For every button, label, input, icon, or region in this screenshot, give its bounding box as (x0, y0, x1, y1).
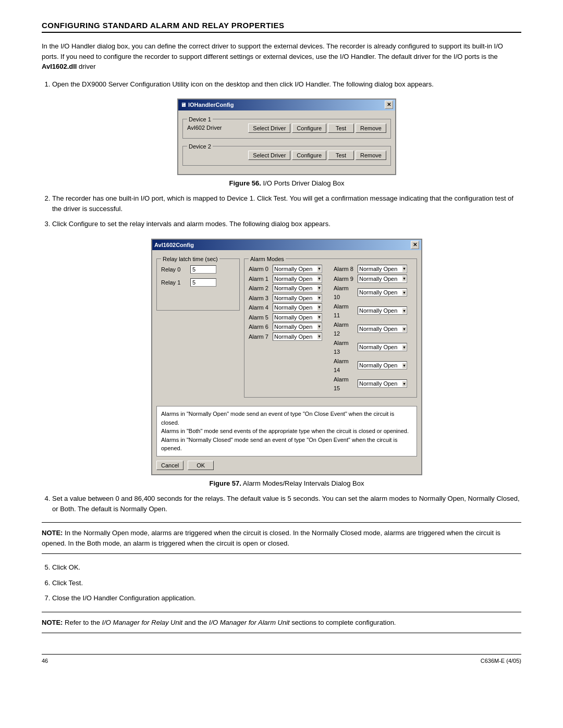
avi-dialog-close[interactable]: ✕ (411, 241, 419, 249)
avi-dialog-body: Relay latch time (sec) Relay 0 Relay 1 (152, 250, 421, 474)
device1-test-btn[interactable]: Test (328, 124, 354, 133)
alarm-11-select[interactable]: Normally Open Normally Closed Both (358, 306, 407, 315)
step-3-text: Click Configure to set the relay interva… (52, 220, 331, 228)
alarms-right: Alarm 8 Normally Open Normally Closed Bo… (334, 264, 412, 393)
note-2-box: NOTE: Refer to the I/O Manager for Relay… (42, 612, 521, 634)
relay0-label: Relay 0 (161, 265, 187, 274)
device2-select-driver-btn[interactable]: Select Driver (248, 151, 290, 160)
alarm-14-label: Alarm 14 (334, 357, 356, 374)
alarm-15-row: Alarm 15 Normally Open Normally Closed B… (334, 375, 412, 393)
alarm-10-label: Alarm 10 (334, 284, 356, 301)
figure-57-container: AvI1602Config ✕ Relay latch time (sec) (52, 239, 521, 489)
step-4: Set a value between 0 and 86,400 seconds… (52, 493, 521, 514)
relay-section: Relay latch time (sec) Relay 0 Relay 1 (156, 254, 240, 402)
alarm-12-select[interactable]: Normally Open Normally Closed Both (358, 325, 407, 333)
alarm-13-label: Alarm 13 (334, 339, 356, 356)
doc-id: C636M-E (4/05) (481, 658, 521, 664)
device2-row: Select Driver Configure Test Remove (187, 150, 386, 161)
alarm-6-label: Alarm 6 (249, 323, 271, 331)
avi-cancel-btn[interactable]: Cancel (156, 461, 183, 470)
alarm-1-row: Alarm 1 Normally Open Normally Closed Bo… (249, 274, 327, 284)
alarm-section: Alarm Modes Alarm 0 Normally (244, 254, 417, 402)
alarm-6-select[interactable]: Normally Open Normally Closed Both (273, 323, 322, 331)
alarm-4-select[interactable]: Normally Open Normally Closed Both (273, 303, 322, 312)
device2-test-btn[interactable]: Test (328, 151, 354, 160)
alarm-1-select[interactable]: Normally Open Normally Closed Both (273, 275, 322, 283)
note-2-italic2: I/O Manager for Alarm Unit (209, 619, 290, 626)
alarm-4-select-wrapper: Normally Open Normally Closed Both (273, 303, 322, 312)
alarms-left: Alarm 0 Normally Open Normally Closed Bo… (249, 264, 327, 393)
device1-row: AvI602 Driver Select Driver Configure Te… (187, 122, 386, 134)
alarm-15-select[interactable]: Normally Open Normally Closed Both (358, 379, 407, 388)
device1-remove-btn[interactable]: Remove (356, 124, 386, 133)
alarm-3-label: Alarm 3 (249, 294, 271, 303)
alarm-9-select[interactable]: Normally Open Normally Closed Both (358, 275, 407, 283)
alarm-grid: Alarm 0 Normally Open Normally Closed Bo… (249, 264, 412, 393)
step-1: Open the DX9000 Server Configuration Uti… (52, 79, 521, 189)
alarm-11-label: Alarm 11 (334, 302, 356, 319)
alarm-12-row: Alarm 12 Normally Open Normally Closed B… (334, 320, 412, 338)
alarm-3-select[interactable]: Normally Open Normally Closed Both (273, 294, 322, 302)
step-5: Click OK. (52, 562, 521, 573)
note-1-content: In the Normally Open mode, alarms are tr… (42, 529, 500, 547)
alarm-11-row: Alarm 11 Normally Open Normally Closed B… (334, 302, 412, 320)
note-2-label: NOTE: (42, 619, 63, 626)
alarm-6-select-wrapper: Normally Open Normally Closed Both (273, 323, 322, 331)
info-text-box: Alarms in "Normally Open" mode send an e… (156, 406, 417, 456)
relay0-row: Relay 0 (161, 265, 235, 274)
alarm-5-select-wrapper: Normally Open Normally Closed Both (273, 313, 322, 322)
io-dialog-titlebar: 🖥 IOHandlerConfig ✕ (178, 100, 395, 110)
avi-ok-btn[interactable]: OK (188, 461, 214, 470)
alarm-15-label: Alarm 15 (334, 375, 356, 392)
info-line-1: Alarms in "Normally Open" mode send an e… (161, 410, 412, 427)
alarm-8-label: Alarm 8 (334, 265, 356, 274)
note-2-italic1: I/O Manager for Relay Unit (102, 619, 183, 626)
relay1-input[interactable] (190, 278, 216, 287)
note-2-text: NOTE: Refer to the I/O Manager for Relay… (42, 618, 521, 628)
step-7: Close the I/O Handler Configuration appl… (52, 593, 521, 603)
alarm-1-label: Alarm 1 (249, 275, 271, 283)
step-6: Click Test. (52, 578, 521, 588)
step-6-text: Click Test. (52, 579, 83, 587)
alarm-7-select-wrapper: Normally Open Normally Closed Both (273, 332, 322, 341)
alarm-10-row: Alarm 10 Normally Open Normally Closed B… (334, 283, 412, 302)
io-dialog-close[interactable]: ✕ (385, 101, 393, 109)
step-3: Click Configure to set the relay interva… (52, 219, 521, 488)
alarm-7-select[interactable]: Normally Open Normally Closed Both (273, 332, 322, 341)
alarm-13-select[interactable]: Normally Open Normally Closed Both (358, 343, 407, 351)
page-number: 46 (42, 658, 48, 664)
alarm-0-label: Alarm 0 (249, 265, 271, 274)
footer: 46 C636M-E (4/05) (42, 654, 521, 664)
device2-buttons: Select Driver Configure Test Remove (248, 151, 386, 160)
alarm-6-row: Alarm 6 Normally Open Normally Closed Bo… (249, 322, 327, 332)
device1-configure-btn[interactable]: Configure (292, 124, 326, 133)
alarm-group: Alarm Modes Alarm 0 Normally (244, 258, 417, 398)
alarm-9-label: Alarm 9 (334, 275, 356, 283)
note-1-box: NOTE: In the Normally Open mode, alarms … (42, 522, 521, 554)
alarm-9-select-wrapper: Normally Open Normally Closed Both (358, 275, 407, 283)
alarm-8-select[interactable]: Normally Open Normally Closed Both (358, 265, 407, 273)
alarm-0-select[interactable]: Normally Open Normally Closed Both (273, 265, 322, 273)
relay0-input[interactable] (190, 265, 216, 274)
step-7-text: Close the I/O Handler Configuration appl… (52, 594, 195, 602)
alarm-5-select[interactable]: Normally Open Normally Closed Both (273, 313, 322, 322)
figure-57-caption-bold: Figure 57. (210, 479, 241, 487)
alarm-12-label: Alarm 12 (334, 320, 356, 338)
figure-56-container: 🖥 IOHandlerConfig ✕ Device 1 AvI602 Driv… (52, 98, 521, 188)
device2-remove-btn[interactable]: Remove (356, 151, 386, 160)
alarm-15-select-wrapper: Normally Open Normally Closed Both (358, 379, 407, 388)
alarm-2-select[interactable]: Normally Open Normally Closed Both (273, 284, 322, 292)
alarm-10-select[interactable]: Normally Open Normally Closed Both (358, 288, 407, 297)
device1-select-driver-btn[interactable]: Select Driver (248, 124, 290, 133)
io-dialog-icon: 🖥 (180, 101, 186, 109)
relay1-label: Relay 1 (161, 278, 187, 287)
alarm-14-select[interactable]: Normally Open Normally Closed Both (358, 361, 407, 369)
section-title: CONFIGURING STANDARD ALARM AND RELAY PRO… (42, 21, 521, 33)
alarm-11-select-wrapper: Normally Open Normally Closed Both (358, 306, 407, 315)
figure-56-caption-text: I/O Ports Driver Dialog Box (261, 179, 345, 187)
device2-group: Device 2 Select Driver Configure Test Re… (182, 146, 391, 166)
alarm-4-row: Alarm 4 Normally Open Normally Closed Bo… (249, 303, 327, 313)
alarm-7-row: Alarm 7 Normally Open Normally Closed Bo… (249, 332, 327, 342)
device2-configure-btn[interactable]: Configure (292, 151, 326, 160)
note-2-mid: and the (182, 619, 209, 626)
